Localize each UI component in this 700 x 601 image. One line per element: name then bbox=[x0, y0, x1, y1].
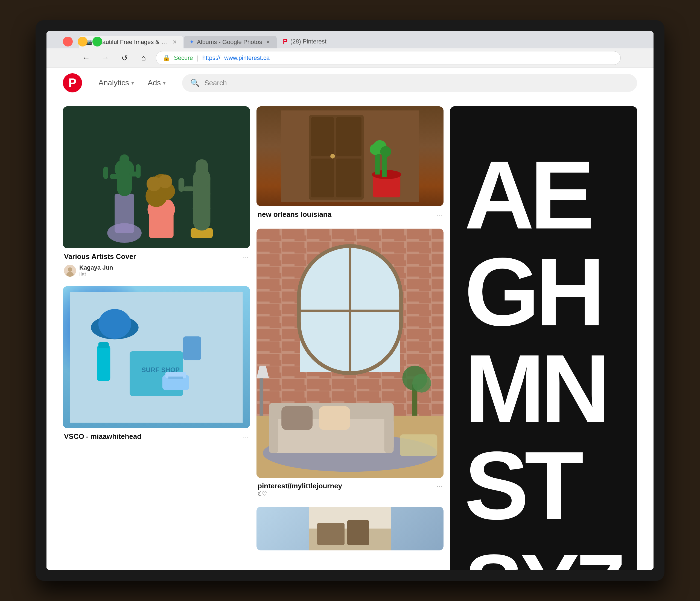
vsco-content: SURF SHOP bbox=[63, 286, 250, 428]
masonry-col-1: Various Artists Cover ··· bbox=[63, 106, 250, 570]
svg-point-25 bbox=[68, 268, 72, 272]
tab-pinterest[interactable]: P (28) Pinterest bbox=[277, 34, 332, 48]
forward-button[interactable]: → bbox=[98, 51, 112, 65]
svg-rect-37 bbox=[183, 336, 201, 360]
board-title-livingroom: pinterest//mylittlejourney bbox=[257, 482, 342, 490]
analytics-nav-item[interactable]: Analytics ▾ bbox=[93, 75, 140, 91]
minimize-button[interactable] bbox=[78, 36, 88, 47]
pin-info-cactus: Various Artists Cover ··· bbox=[63, 248, 250, 263]
avatar-illustration bbox=[64, 265, 76, 277]
url-bar[interactable]: 🔒 Secure | https:// www.pinterest.ca bbox=[156, 51, 621, 65]
heart-icon: ℭ♡ bbox=[257, 490, 267, 497]
pin-card-livingroom[interactable]: pinterest//mylittlejourney ℭ♡ ··· bbox=[256, 229, 444, 501]
close-button[interactable] bbox=[63, 36, 73, 47]
url-prefix: https:// bbox=[202, 54, 220, 61]
pin-info-nola: new orleans louisiana ··· bbox=[256, 206, 444, 223]
ads-chevron-icon: ▾ bbox=[163, 80, 166, 86]
ads-nav-item[interactable]: Ads ▾ bbox=[142, 75, 171, 91]
cactus-svg bbox=[72, 120, 241, 243]
author-avatar-cactus bbox=[64, 265, 76, 277]
svg-rect-33 bbox=[98, 342, 109, 348]
pin-card-nola[interactable]: new orleans louisiana ··· bbox=[256, 106, 444, 223]
pin-info-vsco: VSCO - miaawhitehead ··· bbox=[63, 428, 250, 443]
svg-rect-22 bbox=[183, 186, 194, 191]
reload-button[interactable]: ↺ bbox=[118, 51, 131, 65]
back-button[interactable]: ← bbox=[79, 51, 93, 65]
home-icon: ⌂ bbox=[141, 54, 146, 62]
pin-card-vsco[interactable]: SURF SHOP bbox=[63, 286, 250, 443]
secure-lock-icon: 🔒 bbox=[163, 54, 170, 61]
masonry-col-3: AE GH MN ST SY7 ··· bbox=[450, 106, 637, 570]
pin-more-nola[interactable]: ··· bbox=[436, 210, 443, 219]
tab-unsplash-close[interactable]: ✕ bbox=[171, 39, 178, 45]
svg-rect-79 bbox=[317, 523, 345, 545]
svg-point-44 bbox=[330, 154, 335, 158]
svg-rect-48 bbox=[382, 156, 386, 177]
address-bar: ← → ↺ ⌂ 🔒 Secure | https:// www.pinteres… bbox=[47, 48, 653, 68]
author-details-cactus: Kagaya Jun ilst bbox=[79, 264, 113, 278]
maximize-button[interactable] bbox=[93, 36, 102, 47]
svg-rect-62 bbox=[299, 309, 401, 312]
partial-pin-svg bbox=[256, 507, 444, 550]
analytics-label: Analytics bbox=[98, 78, 129, 87]
pin-more-livingroom[interactable]: ··· bbox=[436, 482, 443, 491]
url-domain: www.pinterest.ca bbox=[224, 54, 270, 61]
svg-rect-4 bbox=[120, 154, 129, 174]
search-input[interactable] bbox=[204, 79, 629, 87]
cactus-image bbox=[63, 106, 250, 248]
pin-card-cactus[interactable]: Various Artists Cover ··· bbox=[63, 106, 250, 281]
pin-card-bottom-col2[interactable] bbox=[256, 507, 444, 550]
search-bar[interactable]: 🔍 bbox=[182, 74, 637, 92]
svg-rect-23 bbox=[179, 178, 184, 192]
reload-icon: ↺ bbox=[121, 54, 128, 62]
svg-rect-70 bbox=[319, 406, 350, 430]
svg-rect-71 bbox=[400, 434, 437, 456]
pin-more-cactus[interactable]: ··· bbox=[243, 253, 249, 261]
author-sub-cactus: ilst bbox=[79, 271, 113, 278]
pinterest-logo[interactable]: P bbox=[63, 73, 82, 93]
nola-image bbox=[256, 106, 444, 206]
svg-rect-67 bbox=[269, 403, 278, 453]
livingroom-svg bbox=[256, 229, 444, 478]
tab-googlephotos[interactable]: ✦ Albums - Google Photos ✕ bbox=[184, 36, 277, 48]
back-icon: ← bbox=[82, 54, 90, 62]
svg-rect-41 bbox=[336, 117, 361, 156]
tab-googlephotos-close[interactable]: ✕ bbox=[265, 39, 271, 45]
typography-image: AE GH MN ST SY7 bbox=[450, 106, 637, 570]
photos-icon: ✦ bbox=[189, 39, 194, 46]
pinterest-header: P Analytics ▾ Ads ▾ 🔍 bbox=[47, 68, 653, 98]
pinterest-content: Various Artists Cover ··· bbox=[47, 98, 653, 570]
home-button[interactable]: ⌂ bbox=[137, 51, 150, 65]
forward-icon: → bbox=[101, 54, 109, 62]
traffic-lights bbox=[63, 36, 102, 47]
tab-pinterest-label: (28) Pinterest bbox=[291, 38, 326, 45]
vsco-svg: SURF SHOP bbox=[68, 292, 245, 423]
pin-title-vsco: VSCO - miaawhitehead bbox=[64, 432, 141, 441]
nola-door bbox=[256, 106, 444, 206]
svg-text:MN: MN bbox=[464, 334, 606, 443]
pin-info-livingroom: pinterest//mylittlejourney ℭ♡ ··· bbox=[256, 478, 444, 501]
svg-point-51 bbox=[380, 146, 391, 157]
svg-rect-68 bbox=[384, 403, 394, 453]
pin-author-cactus: Kagaya Jun ilst bbox=[63, 263, 250, 281]
svg-point-74 bbox=[412, 374, 431, 392]
nola-svg bbox=[260, 110, 440, 202]
masonry-grid: Various Artists Cover ··· bbox=[47, 98, 653, 570]
laptop-frame: 📷 Beautiful Free Images & Pictur… ✕ ✦ Al… bbox=[35, 20, 665, 581]
svg-rect-6 bbox=[103, 167, 108, 179]
svg-point-21 bbox=[193, 200, 210, 217]
svg-rect-80 bbox=[347, 520, 369, 545]
svg-text:AE: AE bbox=[464, 141, 592, 249]
pin-card-typography[interactable]: AE GH MN ST SY7 ··· bbox=[450, 106, 637, 570]
svg-text:SY7: SY7 bbox=[464, 536, 623, 570]
pin-more-vsco[interactable]: ··· bbox=[243, 432, 249, 441]
svg-rect-1 bbox=[115, 194, 134, 233]
board-author-livingroom: ℭ♡ bbox=[257, 490, 342, 497]
livingroom-image bbox=[256, 229, 444, 478]
svg-rect-8 bbox=[136, 164, 141, 178]
browser-chrome: 📷 Beautiful Free Images & Pictur… ✕ ✦ Al… bbox=[47, 31, 653, 68]
svg-rect-40 bbox=[311, 117, 334, 156]
pin-title-nola: new orleans louisiana bbox=[257, 210, 331, 219]
pinterest-tab-icon: P bbox=[283, 37, 288, 46]
typography-svg: AE GH MN ST SY7 bbox=[455, 112, 632, 570]
